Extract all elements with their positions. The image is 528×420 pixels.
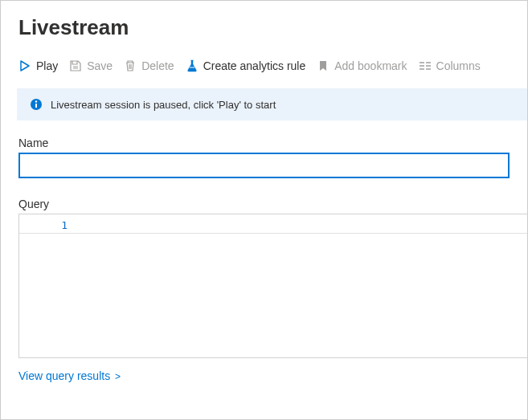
delete-label: Delete bbox=[141, 59, 174, 72]
chevron-right-icon: > bbox=[115, 371, 121, 382]
toolbar: Play Save Delete Create analytics rule A bbox=[18, 59, 510, 77]
play-button[interactable]: Play bbox=[18, 59, 58, 72]
view-results-label: View query results bbox=[18, 369, 110, 382]
notice-bar: Livestream session is paused, click 'Pla… bbox=[17, 88, 527, 120]
query-editor[interactable]: 1 bbox=[18, 214, 527, 358]
columns-button[interactable]: Columns bbox=[419, 59, 481, 72]
analytics-label: Create analytics rule bbox=[203, 59, 306, 72]
delete-button[interactable]: Delete bbox=[124, 59, 174, 72]
play-icon bbox=[18, 59, 31, 72]
flask-icon bbox=[186, 59, 199, 72]
add-bookmark-button[interactable]: Add bookmark bbox=[317, 59, 407, 72]
view-query-results-link[interactable]: View query results > bbox=[18, 369, 121, 382]
play-label: Play bbox=[36, 59, 58, 72]
svg-point-2 bbox=[35, 100, 37, 102]
save-icon bbox=[69, 59, 82, 72]
save-label: Save bbox=[87, 59, 113, 72]
page-title: Livestream bbox=[18, 15, 510, 40]
trash-icon bbox=[124, 59, 137, 72]
query-label: Query bbox=[18, 198, 510, 210]
notice-message: Livestream session is paused, click 'Pla… bbox=[51, 99, 276, 111]
columns-icon bbox=[419, 59, 432, 72]
line-number: 1 bbox=[19, 214, 76, 234]
svg-rect-1 bbox=[35, 104, 37, 108]
save-button[interactable]: Save bbox=[69, 59, 113, 72]
name-label: Name bbox=[18, 137, 510, 149]
columns-label: Columns bbox=[436, 59, 481, 72]
info-icon bbox=[30, 98, 43, 111]
create-analytics-rule-button[interactable]: Create analytics rule bbox=[186, 59, 306, 72]
bookmark-icon bbox=[317, 59, 329, 72]
name-input[interactable] bbox=[18, 153, 510, 178]
bookmark-label: Add bookmark bbox=[334, 59, 407, 72]
